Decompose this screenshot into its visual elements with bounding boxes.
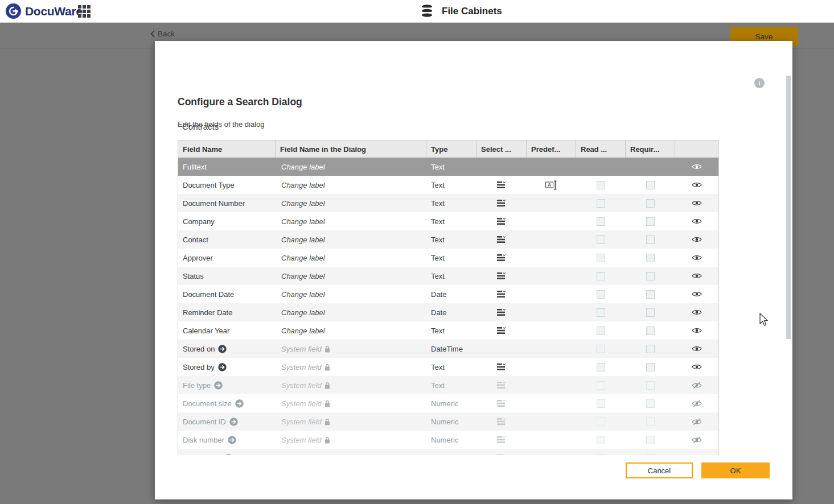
visibility-toggle-hidden[interactable]	[692, 436, 702, 444]
select-list-button[interactable]	[497, 327, 507, 334]
select-list-button[interactable]	[497, 454, 507, 455]
change-label-link[interactable]: Change label	[281, 181, 325, 189]
select-list-button[interactable]	[497, 308, 507, 316]
table-row[interactable]: Document NumberChange labelText	[178, 194, 718, 212]
required-checkbox[interactable]	[646, 399, 655, 408]
change-label-link[interactable]: Change label	[281, 327, 325, 335]
read-only-checkbox[interactable]	[597, 272, 605, 280]
select-list-button[interactable]	[497, 236, 507, 243]
table-row[interactable]: Stored bySystem fieldText	[178, 358, 718, 376]
visibility-toggle-hidden[interactable]	[692, 382, 702, 389]
select-list-button[interactable]	[497, 217, 507, 225]
change-label-link[interactable]: Change label	[281, 236, 325, 244]
required-checkbox[interactable]	[646, 308, 655, 317]
read-only-checkbox[interactable]	[597, 254, 605, 262]
read-only-checkbox[interactable]	[597, 345, 605, 353]
visibility-toggle[interactable]	[692, 309, 702, 316]
change-label-link[interactable]: Change label	[281, 272, 325, 280]
required-checkbox[interactable]	[646, 327, 655, 335]
table-row[interactable]: Calendar YearChange labelText	[178, 321, 718, 340]
required-checkbox[interactable]	[646, 381, 655, 390]
table-row[interactable]: ContactChange labelText	[178, 230, 718, 249]
select-list-button[interactable]	[497, 381, 507, 389]
select-list-button[interactable]	[497, 436, 507, 444]
select-list-button[interactable]	[497, 272, 507, 280]
table-row[interactable]: Document sizeSystem fieldNumeric	[178, 394, 718, 412]
required-checkbox[interactable]	[646, 418, 655, 426]
visibility-toggle[interactable]	[692, 345, 702, 352]
visibility-toggle[interactable]	[692, 236, 702, 243]
select-list-button[interactable]	[497, 418, 507, 425]
visibility-toggle[interactable]	[692, 363, 702, 370]
section-label: Edit the fields of the dialog	[178, 120, 265, 129]
back-button[interactable]: Back	[150, 30, 175, 38]
ok-button[interactable]: OK	[701, 462, 770, 478]
info-icon[interactable]: i	[754, 78, 765, 88]
select-list-button[interactable]	[497, 363, 507, 371]
select-list-button[interactable]	[497, 199, 507, 207]
required-checkbox[interactable]	[646, 199, 655, 208]
apps-grid-icon[interactable]	[78, 5, 91, 18]
change-label-link[interactable]: Change label	[281, 254, 325, 262]
change-label-link[interactable]: Change label	[281, 217, 325, 226]
visibility-toggle[interactable]	[692, 291, 702, 298]
visibility-toggle[interactable]	[692, 327, 702, 334]
read-only-checkbox[interactable]	[597, 199, 605, 208]
visibility-toggle-hidden[interactable]	[692, 400, 702, 407]
change-label-link[interactable]: Change label	[281, 199, 325, 208]
visibility-toggle[interactable]	[692, 200, 702, 206]
read-only-checkbox[interactable]	[597, 436, 605, 444]
table-row[interactable]: Document IDSystem fieldNumeric	[178, 412, 718, 431]
table-row[interactable]: ApproverChange labelText	[178, 249, 718, 267]
read-only-checkbox[interactable]	[597, 236, 605, 244]
change-label-link[interactable]: Change label	[281, 163, 325, 171]
cancel-button[interactable]: Cancel	[626, 462, 693, 478]
predefined-entry-button[interactable]: A	[545, 180, 557, 190]
read-only-checkbox[interactable]	[597, 181, 605, 189]
modal-scrollbar[interactable]	[786, 76, 791, 339]
select-list-button[interactable]	[497, 399, 507, 407]
select-list-button[interactable]	[497, 181, 507, 189]
table-row[interactable]: Stored onSystem fieldDateTime	[178, 340, 718, 358]
visibility-toggle[interactable]	[692, 254, 702, 261]
table-row[interactable]: Reminder DateChange labelDate	[178, 303, 718, 321]
required-checkbox[interactable]	[646, 345, 655, 353]
visibility-toggle[interactable]	[692, 272, 702, 279]
change-label-link[interactable]: Change label	[281, 308, 325, 317]
brand[interactable]: DocuWare	[6, 3, 83, 19]
read-only-checkbox[interactable]	[597, 418, 605, 426]
required-checkbox[interactable]	[646, 236, 655, 244]
required-checkbox[interactable]	[646, 290, 655, 299]
required-checkbox[interactable]	[646, 454, 655, 456]
read-only-checkbox[interactable]	[597, 399, 605, 408]
table-row[interactable]: Modified onSystem fieldDateTime	[178, 449, 718, 455]
table-row[interactable]: Disk numberSystem fieldNumeric	[178, 431, 718, 449]
table-row[interactable]: Document TypeChange labelTextA	[178, 176, 718, 194]
visibility-toggle[interactable]	[692, 163, 702, 170]
visibility-toggle[interactable]	[692, 218, 702, 225]
table-row[interactable]: Document DateChange labelDate	[178, 285, 718, 303]
visibility-toggle-hidden[interactable]	[692, 455, 702, 456]
required-checkbox[interactable]	[646, 272, 655, 280]
visibility-toggle-hidden[interactable]	[692, 418, 702, 425]
required-checkbox[interactable]	[646, 436, 655, 444]
required-checkbox[interactable]	[646, 181, 655, 189]
read-only-checkbox[interactable]	[597, 217, 605, 226]
read-only-checkbox[interactable]	[597, 308, 605, 317]
change-label-link[interactable]: Change label	[281, 290, 325, 299]
table-row[interactable]: File typeSystem fieldText	[178, 376, 718, 394]
table-row[interactable]: CompanyChange labelText	[178, 212, 718, 230]
required-checkbox[interactable]	[646, 254, 655, 262]
visibility-toggle[interactable]	[692, 181, 702, 188]
table-row[interactable]: FulltextChange labelText	[178, 158, 718, 176]
read-only-checkbox[interactable]	[597, 381, 605, 390]
required-checkbox[interactable]	[646, 217, 655, 226]
table-row[interactable]: StatusChange labelText	[178, 267, 718, 285]
select-list-button[interactable]	[497, 254, 507, 262]
read-only-checkbox[interactable]	[597, 327, 605, 335]
read-only-checkbox[interactable]	[597, 363, 605, 371]
required-checkbox[interactable]	[646, 363, 655, 371]
read-only-checkbox[interactable]	[597, 454, 605, 456]
select-list-button[interactable]	[497, 290, 507, 298]
read-only-checkbox[interactable]	[597, 290, 605, 299]
